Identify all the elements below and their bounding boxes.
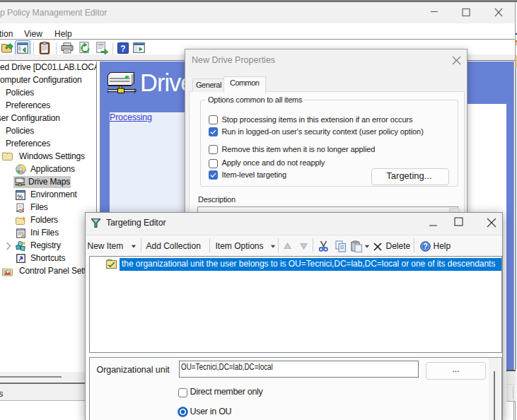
svg-text:%: % — [17, 193, 23, 200]
svg-text:?: ? — [120, 44, 125, 54]
svg-text:?: ? — [423, 243, 427, 250]
